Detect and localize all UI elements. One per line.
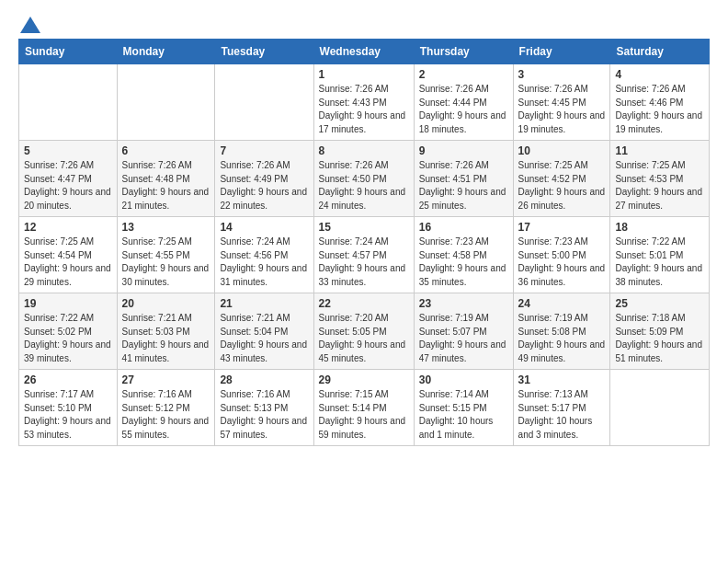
table-row: 24Sunrise: 7:19 AMSunset: 5:08 PMDayligh…: [513, 293, 610, 370]
day-number: 11: [615, 144, 704, 157]
day-info: Sunrise: 7:22 AMSunset: 5:02 PMDaylight:…: [24, 312, 112, 365]
table-row: 27Sunrise: 7:16 AMSunset: 5:12 PMDayligh…: [117, 370, 215, 446]
table-row: 15Sunrise: 7:24 AMSunset: 4:57 PMDayligh…: [313, 217, 414, 293]
day-info: Sunrise: 7:25 AMSunset: 4:53 PMDaylight:…: [615, 159, 704, 213]
day-number: 22: [319, 297, 409, 310]
calendar-table: Sunday Monday Tuesday Wednesday Thursday…: [18, 39, 710, 446]
col-thursday: Thursday: [414, 40, 513, 64]
day-number: 4: [615, 68, 704, 81]
table-row: 14Sunrise: 7:24 AMSunset: 4:56 PMDayligh…: [215, 217, 313, 293]
day-number: 28: [220, 373, 308, 386]
table-row: [610, 370, 710, 446]
table-row: 26Sunrise: 7:17 AMSunset: 5:10 PMDayligh…: [19, 370, 118, 446]
page: Sunday Monday Tuesday Wednesday Thursday…: [0, 0, 728, 463]
day-info: Sunrise: 7:17 AMSunset: 5:10 PMDaylight:…: [24, 388, 112, 442]
table-row: 13Sunrise: 7:25 AMSunset: 4:55 PMDayligh…: [117, 217, 215, 293]
table-row: 17Sunrise: 7:23 AMSunset: 5:00 PMDayligh…: [513, 217, 610, 293]
table-row: 3Sunrise: 7:26 AMSunset: 4:45 PMDaylight…: [513, 64, 610, 141]
day-info: Sunrise: 7:26 AMSunset: 4:44 PMDaylight:…: [419, 83, 508, 136]
day-number: 9: [419, 144, 508, 157]
day-number: 13: [122, 221, 210, 234]
table-row: 20Sunrise: 7:21 AMSunset: 5:03 PMDayligh…: [117, 293, 215, 370]
day-number: 3: [518, 68, 606, 81]
header: [18, 17, 710, 29]
day-number: 12: [24, 221, 112, 234]
table-row: 6Sunrise: 7:26 AMSunset: 4:48 PMDaylight…: [117, 141, 215, 217]
logo: [18, 17, 40, 29]
calendar-week-row: 1Sunrise: 7:26 AMSunset: 4:43 PMDaylight…: [19, 64, 710, 141]
day-info: Sunrise: 7:16 AMSunset: 5:12 PMDaylight:…: [122, 388, 210, 442]
table-row: 5Sunrise: 7:26 AMSunset: 4:47 PMDaylight…: [19, 141, 118, 217]
day-info: Sunrise: 7:25 AMSunset: 4:54 PMDaylight:…: [24, 236, 112, 289]
day-number: 8: [319, 144, 409, 157]
table-row: 1Sunrise: 7:26 AMSunset: 4:43 PMDaylight…: [313, 64, 414, 141]
day-info: Sunrise: 7:19 AMSunset: 5:07 PMDaylight:…: [419, 312, 508, 365]
col-wednesday: Wednesday: [313, 40, 414, 64]
day-number: 27: [122, 373, 210, 386]
day-number: 26: [24, 373, 112, 386]
day-number: 30: [419, 373, 508, 386]
day-number: 18: [615, 221, 704, 234]
calendar-week-row: 5Sunrise: 7:26 AMSunset: 4:47 PMDaylight…: [19, 141, 710, 217]
day-info: Sunrise: 7:24 AMSunset: 4:56 PMDaylight:…: [220, 236, 308, 289]
table-row: 25Sunrise: 7:18 AMSunset: 5:09 PMDayligh…: [610, 293, 710, 370]
calendar-week-row: 12Sunrise: 7:25 AMSunset: 4:54 PMDayligh…: [19, 217, 710, 293]
table-row: [19, 64, 118, 141]
col-tuesday: Tuesday: [215, 40, 313, 64]
day-info: Sunrise: 7:13 AMSunset: 5:17 PMDaylight:…: [518, 388, 606, 442]
day-info: Sunrise: 7:26 AMSunset: 4:46 PMDaylight:…: [615, 83, 704, 136]
day-info: Sunrise: 7:26 AMSunset: 4:51 PMDaylight:…: [419, 159, 508, 213]
day-info: Sunrise: 7:20 AMSunset: 5:05 PMDaylight:…: [319, 312, 409, 365]
day-info: Sunrise: 7:25 AMSunset: 4:52 PMDaylight:…: [518, 159, 606, 213]
table-row: 29Sunrise: 7:15 AMSunset: 5:14 PMDayligh…: [313, 370, 414, 446]
day-info: Sunrise: 7:18 AMSunset: 5:09 PMDaylight:…: [615, 312, 704, 365]
day-number: 29: [319, 373, 409, 386]
day-info: Sunrise: 7:26 AMSunset: 4:45 PMDaylight:…: [518, 83, 606, 136]
day-number: 19: [24, 297, 112, 310]
day-info: Sunrise: 7:26 AMSunset: 4:47 PMDaylight:…: [24, 159, 112, 213]
day-info: Sunrise: 7:23 AMSunset: 5:00 PMDaylight:…: [518, 236, 606, 289]
table-row: 22Sunrise: 7:20 AMSunset: 5:05 PMDayligh…: [313, 293, 414, 370]
day-number: 2: [419, 68, 508, 81]
day-number: 1: [319, 68, 409, 81]
calendar-week-row: 19Sunrise: 7:22 AMSunset: 5:02 PMDayligh…: [19, 293, 710, 370]
table-row: 10Sunrise: 7:25 AMSunset: 4:52 PMDayligh…: [513, 141, 610, 217]
day-number: 6: [122, 144, 210, 157]
day-number: 15: [319, 221, 409, 234]
table-row: 31Sunrise: 7:13 AMSunset: 5:17 PMDayligh…: [513, 370, 610, 446]
table-row: 30Sunrise: 7:14 AMSunset: 5:15 PMDayligh…: [414, 370, 513, 446]
table-row: 19Sunrise: 7:22 AMSunset: 5:02 PMDayligh…: [19, 293, 118, 370]
table-row: 9Sunrise: 7:26 AMSunset: 4:51 PMDaylight…: [414, 141, 513, 217]
day-info: Sunrise: 7:14 AMSunset: 5:15 PMDaylight:…: [419, 388, 508, 442]
table-row: 16Sunrise: 7:23 AMSunset: 4:58 PMDayligh…: [414, 217, 513, 293]
logo-icon: [20, 17, 40, 33]
day-info: Sunrise: 7:21 AMSunset: 5:03 PMDaylight:…: [122, 312, 210, 365]
day-number: 31: [518, 373, 606, 386]
table-row: 23Sunrise: 7:19 AMSunset: 5:07 PMDayligh…: [414, 293, 513, 370]
table-row: 2Sunrise: 7:26 AMSunset: 4:44 PMDaylight…: [414, 64, 513, 141]
day-number: 21: [220, 297, 308, 310]
day-number: 20: [122, 297, 210, 310]
day-number: 7: [220, 144, 308, 157]
table-row: 4Sunrise: 7:26 AMSunset: 4:46 PMDaylight…: [610, 64, 710, 141]
day-number: 17: [518, 221, 606, 234]
calendar-header-row: Sunday Monday Tuesday Wednesday Thursday…: [19, 40, 710, 64]
table-row: [117, 64, 215, 141]
day-number: 16: [419, 221, 508, 234]
day-info: Sunrise: 7:26 AMSunset: 4:50 PMDaylight:…: [319, 159, 409, 213]
table-row: [215, 64, 313, 141]
svg-marker-0: [20, 17, 40, 33]
col-monday: Monday: [117, 40, 215, 64]
table-row: 18Sunrise: 7:22 AMSunset: 5:01 PMDayligh…: [610, 217, 710, 293]
day-info: Sunrise: 7:15 AMSunset: 5:14 PMDaylight:…: [319, 388, 409, 442]
day-info: Sunrise: 7:25 AMSunset: 4:55 PMDaylight:…: [122, 236, 210, 289]
table-row: 11Sunrise: 7:25 AMSunset: 4:53 PMDayligh…: [610, 141, 710, 217]
table-row: 12Sunrise: 7:25 AMSunset: 4:54 PMDayligh…: [19, 217, 118, 293]
day-number: 5: [24, 144, 112, 157]
day-info: Sunrise: 7:19 AMSunset: 5:08 PMDaylight:…: [518, 312, 606, 365]
table-row: 8Sunrise: 7:26 AMSunset: 4:50 PMDaylight…: [313, 141, 414, 217]
calendar-week-row: 26Sunrise: 7:17 AMSunset: 5:10 PMDayligh…: [19, 370, 710, 446]
day-number: 10: [518, 144, 606, 157]
col-saturday: Saturday: [610, 40, 710, 64]
table-row: 28Sunrise: 7:16 AMSunset: 5:13 PMDayligh…: [215, 370, 313, 446]
